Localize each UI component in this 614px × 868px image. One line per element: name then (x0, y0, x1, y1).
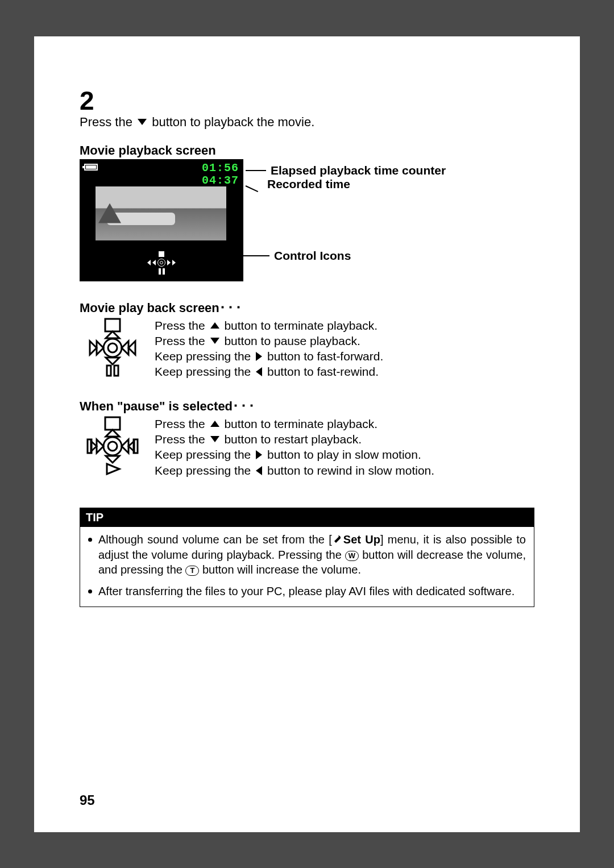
rewind-icon (152, 260, 156, 265)
pause-icon (159, 268, 165, 275)
tip-box: TIP Although sound volume can be set fro… (80, 508, 534, 607)
dpad-playback-icon (80, 318, 148, 378)
up-arrow-icon (210, 322, 219, 329)
text: button to playback the movie. (152, 115, 314, 129)
wrench-icon (332, 534, 342, 549)
playback-line-4: Keep pressing the button to fast-rewind. (155, 364, 383, 379)
down-arrow-icon (210, 338, 219, 344)
pause-line-1: Press the button to terminate playback. (155, 416, 434, 431)
up-arrow-icon (210, 421, 219, 427)
svg-point-1 (103, 339, 122, 357)
battery-icon (84, 164, 98, 171)
svg-rect-3 (107, 366, 111, 376)
t-key-icon: T (185, 566, 199, 576)
movie-playback-screen: 01:56 04:37 (80, 159, 243, 281)
playback-line-1: Press the button to terminate playback. (155, 318, 383, 333)
movie-frame-thumbnail (96, 186, 226, 240)
playback-line-3: Keep pressing the button to fast-forward… (155, 348, 383, 364)
screen-heading: Movie playback screen (80, 143, 534, 158)
center-icon (157, 259, 165, 267)
forward-icon (167, 260, 171, 265)
elapsed-time-counter: 01:56 (202, 161, 239, 175)
down-arrow-icon (138, 119, 147, 125)
svg-rect-0 (105, 319, 120, 331)
svg-rect-4 (114, 366, 118, 376)
right-arrow-icon (256, 352, 262, 361)
label: Control Icons (274, 249, 351, 263)
stop-icon (159, 251, 164, 257)
step-instruction: Press the button to playback the movie. (80, 115, 534, 130)
callout-controls: Control Icons (219, 249, 351, 263)
pause-line-2: Press the button to restart playback. (155, 431, 434, 447)
bullet-icon (88, 538, 92, 542)
w-key-icon: W (345, 551, 359, 561)
label: Elapsed playback time counter (271, 164, 446, 177)
right-arrow-icon (256, 450, 262, 459)
recorded-time-counter: 04:37 (202, 174, 239, 187)
page-number: 95 (80, 792, 95, 808)
svg-point-2 (108, 343, 117, 352)
down-arrow-icon (210, 436, 219, 442)
left-arrow-icon (256, 466, 262, 475)
svg-rect-5 (105, 417, 120, 430)
playback-heading: Movie play back screen･･･ (80, 301, 534, 315)
callout-recorded: Recorded time (246, 177, 350, 191)
callout-elapsed: Elapsed playback time counter (246, 164, 446, 177)
pause-heading: When "pause" is selected･･･ (80, 399, 534, 414)
pause-line-4: Keep pressing the button to rewind in sl… (155, 463, 434, 478)
left-arrow-icon (256, 367, 262, 376)
playback-line-2: Press the button to pause playback. (155, 333, 383, 348)
control-icons (147, 251, 176, 275)
rewind-icon (147, 260, 151, 265)
pause-line-3: Keep pressing the button to play in slow… (155, 447, 434, 462)
svg-point-6 (103, 437, 122, 455)
label: Recorded time (267, 177, 350, 191)
tip-item-2: After transferring the files to your PC,… (88, 584, 526, 599)
step-number: 2 (80, 88, 534, 114)
text: Press the (80, 115, 136, 129)
forward-icon (172, 260, 176, 265)
tip-item-1: Although sound volume can be set from th… (88, 533, 526, 578)
tip-heading: TIP (80, 508, 534, 527)
bullet-icon (88, 589, 92, 593)
dpad-pause-icon (80, 416, 148, 476)
svg-point-7 (108, 442, 117, 451)
